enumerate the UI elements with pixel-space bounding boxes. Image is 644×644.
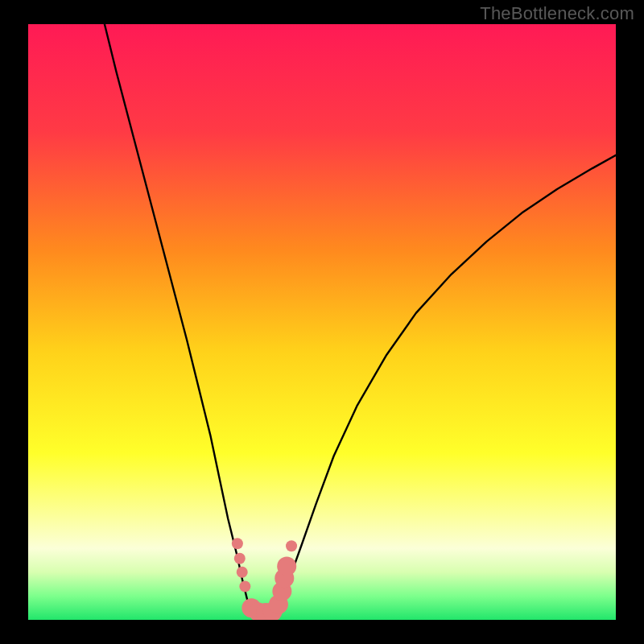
chart-frame: TheBottleneck.com xyxy=(0,0,644,644)
valley-marker xyxy=(232,538,243,549)
valley-marker xyxy=(234,553,246,564)
valley-marker xyxy=(286,540,297,551)
bottleneck-chart xyxy=(28,24,616,620)
valley-marker xyxy=(237,567,248,578)
watermark-text: TheBottleneck.com xyxy=(480,3,634,24)
gradient-background xyxy=(28,24,616,620)
valley-marker xyxy=(239,581,250,592)
plot-area xyxy=(28,24,616,620)
valley-marker xyxy=(277,556,296,576)
